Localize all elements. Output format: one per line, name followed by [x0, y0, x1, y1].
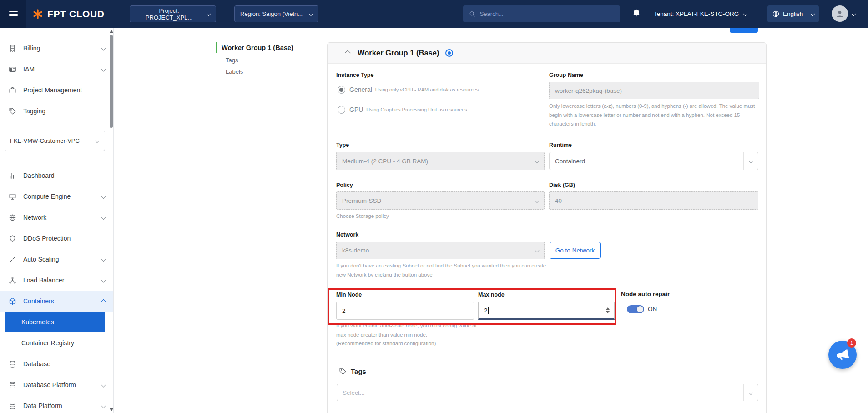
database-icon	[9, 360, 16, 368]
node-auto-repair-toggle[interactable]	[627, 305, 644, 313]
megaphone-icon	[834, 347, 851, 363]
policy-value: Premium-SSD	[342, 197, 381, 204]
min-node-input[interactable]	[336, 302, 474, 320]
sidebar-item-containers[interactable]: Containers	[0, 291, 113, 312]
worker-group-card: Worker Group 1 (Base) Instance Type Gene…	[327, 42, 767, 413]
go-to-network-button[interactable]: Go to Network	[550, 242, 601, 259]
id-card-icon	[9, 65, 16, 73]
chevron-down-icon	[101, 194, 106, 199]
user-menu[interactable]	[832, 5, 855, 22]
radio-option-name: GPU	[349, 106, 363, 113]
sidebar-item-network[interactable]: Network	[0, 207, 113, 228]
scale-helper-text: If you want enable auto-scale node, you …	[336, 323, 477, 337]
logo-text: FPT CLOUD	[47, 9, 105, 20]
notifications-button[interactable]	[631, 8, 641, 18]
person-icon	[835, 9, 845, 19]
language-selector[interactable]: English	[767, 5, 819, 22]
sidebar-item-tagging[interactable]: Tagging	[0, 101, 113, 121]
project-selector-label: Project: PROJECT_XPL...	[136, 7, 202, 21]
node-auto-repair-label: Node auto repair	[621, 291, 670, 297]
vpc-selector-label: FKE-VMW-Customer-VPC	[10, 137, 80, 144]
search-bar[interactable]	[463, 5, 620, 22]
scrollbar-thumb[interactable]	[110, 35, 113, 128]
sidebar-item-compute-engine[interactable]: Compute Engine	[0, 186, 113, 207]
tenant-selector[interactable]: Tenant: XPLAT-FKE-STG-ORG	[654, 0, 747, 28]
instance-type-general-option[interactable]: General Using only vCPU - RAM and disk a…	[338, 85, 479, 95]
sidebar-item-ddos-protection[interactable]: DDoS Protection	[0, 228, 113, 249]
hamburger-menu-button[interactable]	[0, 0, 26, 28]
tag-icon	[339, 368, 347, 375]
group-name-input: worker-q262pkaq-(base)	[549, 82, 759, 99]
subnav-item-labels[interactable]: Labels	[216, 68, 293, 76]
radio-option-desc: Using only vCPU - RAM and disk as resour…	[375, 87, 479, 92]
radio-option-name: General	[349, 86, 372, 93]
sidebar-item-container-registry[interactable]: Container Registry	[0, 332, 113, 353]
group-name-helper: Only lowercase letters (a-z), numbers (0…	[549, 102, 763, 129]
sidebar-item-kubernetes[interactable]: Kubernetes	[5, 312, 105, 332]
tags-select[interactable]: Select...	[337, 384, 758, 401]
sidebar-item-database[interactable]: Database	[0, 353, 113, 374]
sidebar-item-label: Kubernetes	[21, 318, 54, 326]
group-name-value: worker-q262pkaq-(base)	[555, 87, 622, 94]
number-stepper[interactable]	[606, 307, 610, 313]
sidebar-item-label: Auto Scaling	[23, 256, 59, 263]
sidebar-item-dashboard[interactable]: Dashboard	[0, 165, 113, 186]
chevron-down-icon	[309, 12, 313, 16]
monitor-icon	[9, 193, 16, 201]
worker-group-card-header: Worker Group 1 (Base)	[328, 43, 766, 64]
chevron-down-icon	[852, 11, 856, 16]
cube-icon	[9, 297, 16, 305]
chevron-down-icon	[95, 139, 100, 143]
tags-select-placeholder: Select...	[343, 389, 365, 396]
database-icon	[9, 381, 16, 389]
instance-type-label: Instance Type	[336, 72, 373, 78]
sidebar-item-label: Data Platform	[23, 402, 62, 409]
runtime-select[interactable]: Containerd	[549, 152, 758, 170]
chevron-down-icon	[743, 152, 758, 170]
avatar	[832, 5, 848, 22]
sidebar-item-billing[interactable]: Billing	[0, 38, 113, 59]
collapse-chevron-icon[interactable]	[345, 50, 351, 56]
project-selector[interactable]: Project: PROJECT_XPL...	[130, 5, 216, 22]
fpt-cloud-logo[interactable]: FPT CLOUD	[32, 0, 105, 28]
chevron-down-icon	[101, 257, 106, 262]
sidebar-item-data-platform[interactable]: Data Platform	[0, 395, 113, 413]
globe-icon	[772, 10, 780, 18]
scrollbar-up-arrow[interactable]	[110, 30, 113, 33]
sidebar-item-auto-scaling[interactable]: Auto Scaling	[0, 249, 113, 270]
search-icon	[469, 10, 476, 18]
tags-section-heading: Tags	[339, 368, 366, 375]
instance-type-gpu-option[interactable]: GPU Using Graphics Processing Unit as re…	[338, 105, 467, 115]
chevron-down-icon	[207, 12, 211, 16]
sidebar-item-label: Tagging	[23, 107, 45, 115]
policy-label: Policy	[336, 182, 353, 188]
chevron-down-icon	[811, 12, 815, 16]
selected-radio-icon[interactable]	[445, 49, 453, 57]
stepper-up-icon[interactable]	[606, 307, 610, 310]
sidebar-item-project-management[interactable]: Project Management	[0, 80, 113, 101]
radio-unselected-icon	[338, 106, 345, 114]
scrollbar-down-arrow[interactable]	[110, 408, 113, 411]
subnav-item-tags[interactable]: Tags	[216, 56, 293, 65]
stepper-down-icon[interactable]	[606, 311, 610, 313]
sidebar-item-label: Database Platform	[23, 381, 76, 388]
radio-selected-icon	[338, 86, 345, 94]
notification-badge: 1	[847, 338, 856, 348]
language-label: English	[783, 10, 803, 17]
sidebar-item-label: Database	[23, 360, 50, 368]
sidebar-item-label: DDoS Protection	[23, 235, 71, 242]
chevron-down-icon	[101, 383, 106, 387]
subnav-worker-group-title[interactable]: Worker Group 1 (Base)	[216, 42, 293, 53]
network-select: k8s-demo	[336, 242, 545, 259]
vpc-selector[interactable]: FKE-VMW-Customer-VPC	[5, 131, 105, 151]
sidebar-item-database-platform[interactable]: Database Platform	[0, 374, 113, 395]
max-node-input[interactable]: 2	[478, 302, 615, 320]
sidebar-item-label: Containers	[23, 297, 54, 305]
chevron-down-icon	[530, 242, 544, 259]
sidebar-item-iam[interactable]: IAM	[0, 59, 113, 80]
sidebar-item-label: Dashboard	[23, 172, 55, 179]
chevron-down-icon	[530, 152, 544, 170]
region-selector[interactable]: Region: Saigon (Vietn...	[234, 5, 318, 22]
sidebar-item-load-balancer[interactable]: Load Balancer	[0, 270, 113, 291]
search-input[interactable]	[480, 10, 615, 17]
